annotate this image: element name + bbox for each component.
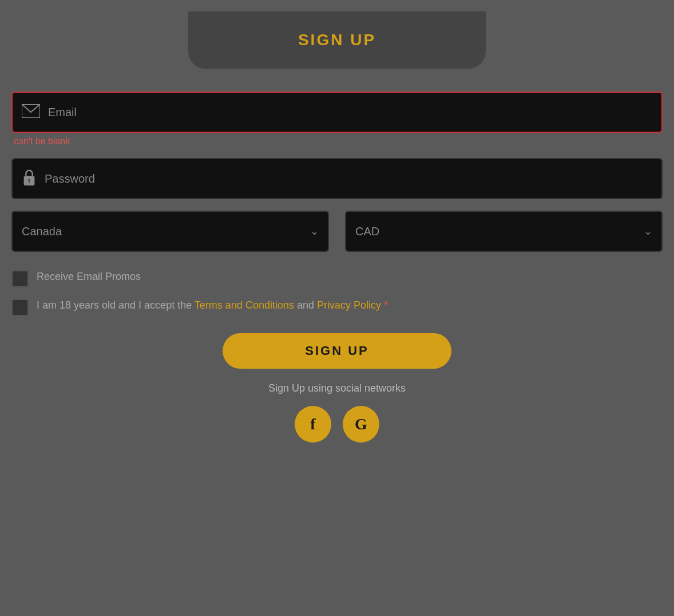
page-container: SIGN UP can't be blank bbox=[0, 0, 674, 465]
terms-label: I am 18 years old and I accept the Terms… bbox=[37, 298, 388, 313]
password-input-wrapper bbox=[11, 158, 663, 199]
top-tab-label: SIGN UP bbox=[298, 31, 376, 49]
terms-link[interactable]: Terms and Conditions bbox=[195, 299, 294, 311]
promos-checkbox[interactable] bbox=[11, 270, 29, 287]
country-dropdown-wrapper: Canada United States United Kingdom Aust… bbox=[11, 211, 329, 252]
facebook-signup-button[interactable]: f bbox=[295, 406, 331, 443]
lock-icon bbox=[22, 168, 37, 189]
age-terms-text: I am 18 years old and I accept the bbox=[37, 299, 195, 311]
mail-icon bbox=[22, 104, 40, 120]
promos-label: Receive Email Promos bbox=[37, 269, 141, 285]
promos-checkbox-group: Receive Email Promos bbox=[11, 269, 663, 287]
password-form-group bbox=[11, 158, 663, 199]
asterisk: * bbox=[381, 299, 388, 311]
age-terms-and: and bbox=[294, 299, 317, 311]
email-input[interactable] bbox=[48, 106, 652, 119]
social-icons-row: f G bbox=[11, 406, 663, 443]
svg-point-2 bbox=[28, 179, 31, 181]
country-select[interactable]: Canada United States United Kingdom Aust… bbox=[22, 225, 310, 238]
currency-dropdown-wrapper: CAD USD GBP AUD ⌄ bbox=[345, 211, 663, 252]
dropdown-row: Canada United States United Kingdom Aust… bbox=[11, 211, 663, 252]
signup-button[interactable]: SIGN UP bbox=[223, 333, 451, 369]
password-input[interactable] bbox=[45, 172, 652, 185]
privacy-link[interactable]: Privacy Policy bbox=[317, 299, 381, 311]
top-tab-bg: SIGN UP bbox=[188, 11, 486, 69]
email-form-group: can't be blank bbox=[11, 92, 663, 147]
terms-checkbox-group: I am 18 years old and I accept the Terms… bbox=[11, 298, 663, 316]
country-chevron-icon: ⌄ bbox=[310, 225, 319, 238]
social-text: Sign Up using social networks bbox=[11, 382, 663, 394]
currency-select[interactable]: CAD USD GBP AUD bbox=[355, 225, 644, 238]
terms-checkbox[interactable] bbox=[11, 299, 29, 316]
google-signup-button[interactable]: G bbox=[343, 406, 379, 443]
email-input-wrapper bbox=[11, 92, 663, 133]
signup-btn-area: SIGN UP bbox=[11, 333, 663, 369]
email-error-message: can't be blank bbox=[11, 136, 663, 147]
top-tab-area: SIGN UP bbox=[11, 11, 663, 69]
signup-form: can't be blank Cana bbox=[11, 92, 663, 443]
currency-chevron-icon: ⌄ bbox=[644, 225, 652, 238]
